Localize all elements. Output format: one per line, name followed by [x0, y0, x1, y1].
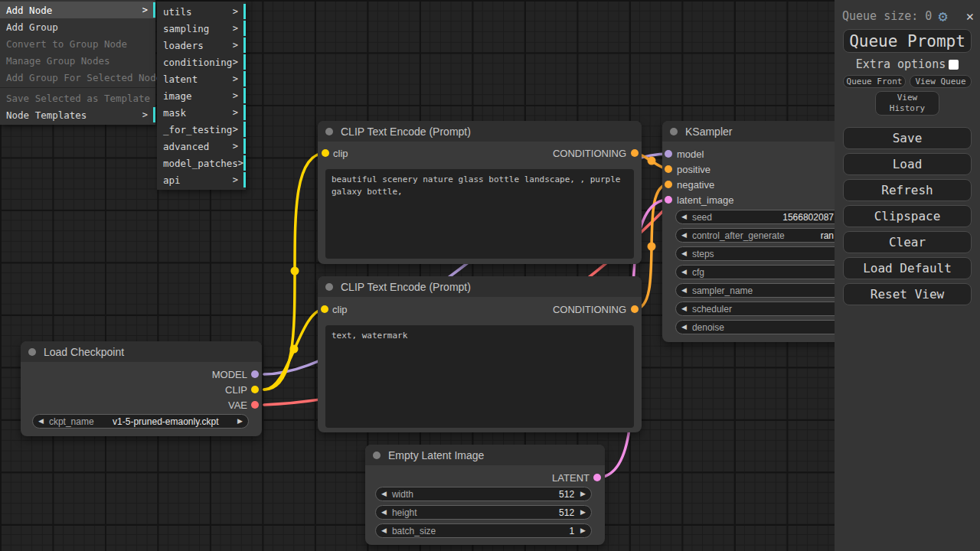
node-empty-latent-image[interactable]: Empty Latent Image LATENT ◀ width 512 ▶ …	[365, 445, 605, 545]
widget-width[interactable]: ◀ width 512 ▶	[375, 487, 592, 501]
collapse-dot-icon[interactable]	[28, 348, 36, 356]
submenu-item-image[interactable]: image >	[157, 87, 246, 104]
output-slot-conditioning[interactable]	[631, 305, 639, 313]
decrement-arrow-icon[interactable]: ◀	[381, 527, 387, 534]
submenu-item-for-testing[interactable]: _for_testing >	[157, 121, 246, 138]
submenu-item-mask[interactable]: mask >	[157, 104, 246, 121]
input-slot-clip[interactable]	[321, 305, 328, 313]
submenu-item-api[interactable]: api >	[157, 171, 246, 188]
widget-value: 1	[569, 526, 574, 536]
submenu-item-sampling[interactable]: sampling >	[157, 20, 246, 37]
queue-size-label: Queue size: 0	[842, 9, 932, 23]
clipspace-button[interactable]: Clipspace	[843, 205, 972, 227]
decrement-arrow-icon[interactable]: ◀	[681, 324, 687, 331]
input-label: clip	[333, 148, 348, 159]
menu-item-add-group-for-selected-nodes[interactable]: Add Group For Selected Nodes	[0, 69, 155, 86]
node-title-bar[interactable]: Load Checkpoint	[21, 341, 262, 362]
submenu-item-utils[interactable]: utils >	[157, 3, 246, 20]
save-button[interactable]: Save	[843, 127, 972, 149]
menu-item-manage-group-nodes[interactable]: Manage Group Nodes	[0, 52, 155, 69]
submenu-arrow-icon: >	[233, 40, 238, 51]
view-history-button[interactable]: View History	[875, 91, 939, 116]
decrement-arrow-icon[interactable]: ◀	[681, 305, 687, 312]
decrement-arrow-icon[interactable]: ◀	[681, 250, 687, 257]
menu-item-label: mask	[163, 107, 186, 119]
decrement-arrow-icon[interactable]: ◀	[681, 214, 687, 220]
menu-item-convert-to-group-node[interactable]: Convert to Group Node	[0, 35, 155, 52]
clear-button[interactable]: Clear	[843, 231, 972, 253]
refresh-button[interactable]: Refresh	[843, 179, 972, 201]
collapse-dot-icon[interactable]	[325, 283, 333, 291]
input-label: negative	[677, 179, 714, 191]
next-option-arrow-icon[interactable]: ▶	[237, 418, 243, 425]
prev-option-arrow-icon[interactable]: ◀	[38, 418, 44, 425]
widget-ckpt-name[interactable]: ◀ ckpt_name v1-5-pruned-emaonly.ckpt ▶	[32, 414, 249, 429]
menu-item-label: Save Selected as Template	[6, 93, 150, 104]
prompt-textarea[interactable]: text, watermark	[325, 325, 634, 428]
increment-arrow-icon[interactable]: ▶	[580, 491, 586, 497]
collapse-dot-icon[interactable]	[325, 128, 333, 135]
submenu-item-model-patches[interactable]: model_patches >	[157, 155, 246, 171]
queue-front-button[interactable]: Queue Front	[843, 75, 906, 88]
reset-view-button[interactable]: Reset View	[843, 283, 972, 305]
node-title-bar[interactable]: CLIP Text Encode (Prompt)	[318, 121, 642, 142]
menu-item-save-selected-as-template[interactable]: Save Selected as Template	[0, 90, 155, 106]
node-title-bar[interactable]: Empty Latent Image	[365, 445, 605, 465]
input-slot-positive[interactable]	[665, 165, 672, 173]
comfyui-canvas[interactable]: CLIP Text Encode (Prompt) clip CONDITION…	[0, 0, 980, 551]
menu-item-node-templates[interactable]: Node Templates >	[0, 106, 155, 123]
close-icon[interactable]: ✕	[966, 8, 974, 24]
widget-batch-size[interactable]: ◀ batch_size 1 ▶	[375, 523, 592, 538]
decrement-arrow-icon[interactable]: ◀	[681, 269, 687, 276]
menu-item-label: Add Node	[6, 5, 52, 16]
wire-midpoint-dot	[291, 267, 299, 276]
node-clip-text-encode-2[interactable]: CLIP Text Encode (Prompt) clip CONDITION…	[318, 276, 642, 432]
input-slot-negative[interactable]	[665, 181, 672, 188]
submenu-arrow-icon: >	[233, 174, 238, 185]
input-slot-clip[interactable]	[322, 149, 329, 157]
widget-height[interactable]: ◀ height 512 ▶	[375, 505, 592, 520]
prompt-textarea[interactable]: beautiful scenery nature glass bottle la…	[325, 169, 634, 259]
output-slot-vae[interactable]	[251, 401, 259, 409]
menu-item-label: api	[163, 174, 181, 186]
menu-item-label: advanced	[163, 141, 209, 152]
load-default-button[interactable]: Load Default	[843, 257, 972, 279]
node-title-bar[interactable]: CLIP Text Encode (Prompt)	[318, 276, 642, 297]
settings-gear-icon[interactable]: ⚙	[938, 8, 947, 24]
load-button[interactable]: Load	[843, 153, 972, 175]
menu-item-label: Node Templates	[6, 109, 87, 121]
collapse-dot-icon[interactable]	[670, 128, 678, 135]
submenu-item-loaders[interactable]: loaders >	[157, 37, 246, 54]
increment-arrow-icon[interactable]: ▶	[580, 509, 586, 516]
wire-midpoint-dot	[648, 243, 656, 251]
decrement-arrow-icon[interactable]: ◀	[681, 287, 687, 294]
submenu-arrow-icon: >	[233, 107, 238, 118]
output-slot-conditioning[interactable]	[631, 149, 639, 157]
submenu-item-advanced[interactable]: advanced >	[157, 138, 246, 155]
node-clip-text-encode-1[interactable]: CLIP Text Encode (Prompt) clip CONDITION…	[318, 121, 642, 264]
output-label: CLIP	[225, 384, 247, 396]
submenu-item-conditioning[interactable]: conditioning >	[157, 54, 246, 70]
node-title: CLIP Text Encode (Prompt)	[341, 126, 471, 138]
decrement-arrow-icon[interactable]: ◀	[381, 491, 387, 497]
menu-item-label: Add Group	[6, 21, 58, 33]
decrement-arrow-icon[interactable]: ◀	[681, 232, 687, 239]
output-slot-latent[interactable]	[593, 474, 601, 481]
widget-label: steps	[692, 249, 714, 259]
widget-label: scheduler	[692, 304, 732, 315]
increment-arrow-icon[interactable]: ▶	[580, 527, 586, 534]
collapse-dot-icon[interactable]	[373, 452, 381, 459]
input-slot-latent-image[interactable]	[665, 196, 672, 204]
menu-item-add-group[interactable]: Add Group	[0, 18, 155, 35]
output-slot-clip[interactable]	[251, 386, 259, 393]
node-load-checkpoint[interactable]: Load Checkpoint MODEL CLIP VAE ◀ ckpt_na…	[21, 341, 262, 436]
view-queue-button[interactable]: View Queue	[910, 75, 972, 88]
extra-options-checkbox[interactable]	[949, 60, 959, 70]
output-slot-model[interactable]	[251, 370, 259, 378]
submenu-item-latent[interactable]: latent >	[157, 70, 246, 87]
input-slot-model[interactable]	[665, 150, 672, 158]
menu-item-add-node[interactable]: Add Node >	[0, 2, 155, 18]
extra-options-label: Extra options	[856, 57, 946, 71]
queue-prompt-button[interactable]: Queue Prompt	[843, 29, 972, 53]
decrement-arrow-icon[interactable]: ◀	[381, 509, 387, 516]
